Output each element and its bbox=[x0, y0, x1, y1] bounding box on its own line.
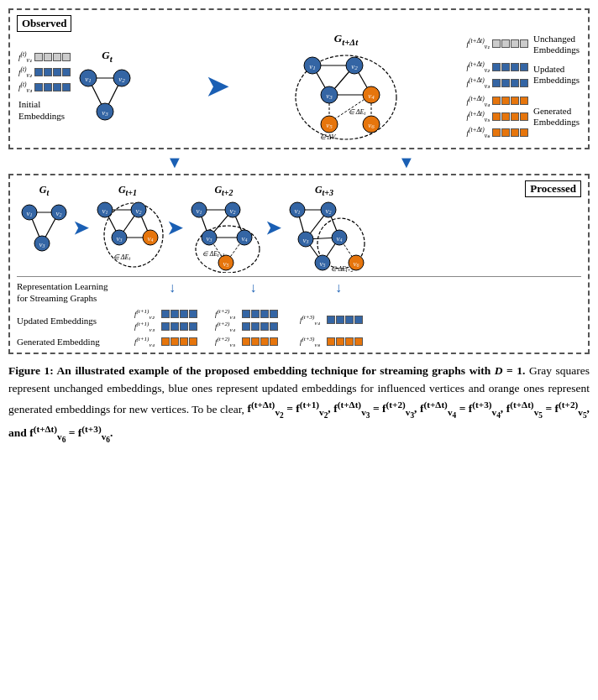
bt-gt-graph: v1 v2 v3 bbox=[17, 197, 71, 258]
fv1-label-top: f(t)v₁ bbox=[18, 50, 32, 64]
bt-gt3-graph: v1 v2 v3 v4 v5 v6 ∈ bbox=[282, 197, 366, 273]
fv2-label-top: f(t)v₂ bbox=[18, 65, 32, 79]
down-arrows: ▼ ▼ bbox=[8, 153, 590, 172]
top-legend: f(t+Δt)v₁ UnchangedEmbeddings f(t+Δt)v₂ bbox=[467, 34, 580, 139]
bt-gt-title: Gt bbox=[39, 184, 49, 197]
bt-arrow3: ➤ bbox=[265, 217, 281, 239]
figure-caption: Figure 1: An illustrated example of the … bbox=[8, 363, 590, 447]
main-container: Observed f(t)v₁ f(t)v₂ bbox=[8, 8, 590, 447]
updated-emb-label: Updated Embeddings bbox=[17, 316, 126, 326]
bt-arrow2: ➤ bbox=[167, 217, 182, 239]
svg-text:∈ ΔV: ∈ ΔV bbox=[320, 133, 337, 141]
initial-embeddings: f(t)v₁ f(t)v₂ f(t)v₃ bbox=[18, 50, 71, 122]
gt-delta-graph: v1 v2 v3 v4 v5 v6 ∈ bbox=[291, 49, 401, 141]
init-label: InitialEmbeddings bbox=[18, 98, 65, 123]
bt-gt3-title: Gt+3 bbox=[315, 184, 333, 197]
bt-gt2-title: Gt+2 bbox=[214, 184, 233, 197]
observed-label: Observed bbox=[17, 15, 71, 32]
bt-arrow1: ➤ bbox=[73, 217, 88, 239]
rl-label: Representation Learningfor Streaming Gra… bbox=[17, 280, 126, 305]
gt-delta-title: Gt+Δt bbox=[334, 32, 358, 47]
fv3-label-top: f(t)v₃ bbox=[18, 81, 32, 94]
generated-emb-label: Generated Embedding bbox=[17, 337, 126, 347]
gt-title-top: Gt bbox=[102, 49, 112, 64]
down-arrow-gt1: ↓ bbox=[169, 280, 176, 295]
top-big-arrow: ➤ bbox=[206, 71, 228, 102]
svg-text:∈ ΔEt: ∈ ΔEt bbox=[113, 253, 130, 261]
svg-text:∈ ΔEt+1: ∈ ΔEt+1 bbox=[202, 250, 224, 258]
svg-text:∈ ΔEt: ∈ ΔEt bbox=[349, 108, 365, 116]
gt-graph-top: v1 v2 v3 bbox=[76, 65, 139, 124]
bottom-diagram-box: Processed Gt v1 v2 v3 ➤ bbox=[8, 174, 590, 355]
bt-gt2-graph: v1 v2 v3 v4 v5 ∈ ΔEt+1 bbox=[184, 197, 264, 273]
top-diagram-box: Observed f(t)v₁ f(t)v₂ bbox=[8, 8, 590, 149]
processed-label: Processed bbox=[525, 180, 581, 197]
bt-gt1-title: Gt+1 bbox=[118, 184, 137, 197]
down-arrow-gt3: ↓ bbox=[335, 280, 342, 295]
down-arrow-gt2: ↓ bbox=[250, 280, 257, 295]
bt-gt1-graph: v1 v2 v3 v4 ∈ ΔEt bbox=[90, 197, 165, 269]
